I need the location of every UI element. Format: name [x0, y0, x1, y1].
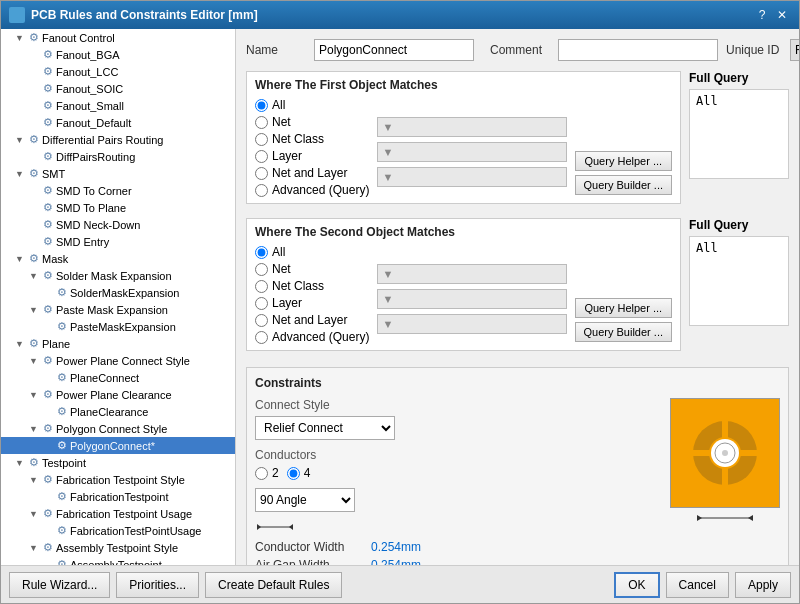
- tree-item-fanout-small[interactable]: ⚙ Fanout_Small: [1, 97, 235, 114]
- create-defaults-button[interactable]: Create Default Rules: [205, 572, 342, 598]
- tree-item-power-plane-clear[interactable]: ▼ ⚙ Power Plane Clearance: [1, 386, 235, 403]
- close-button[interactable]: ✕: [773, 6, 791, 24]
- tree-item-smd-corner[interactable]: ⚙ SMD To Corner: [1, 182, 235, 199]
- second-radio-net[interactable]: Net: [255, 262, 369, 276]
- air-gap-value: 0.254mm: [371, 558, 421, 565]
- tree-item-smd-neckdown[interactable]: ⚙ SMD Neck-Down: [1, 216, 235, 233]
- svg-marker-15: [748, 515, 753, 521]
- second-radio-netandlayer[interactable]: Net and Layer: [255, 313, 369, 327]
- first-full-query-value: All: [689, 89, 789, 179]
- tree-item-planeconnect[interactable]: ⚙ PlaneConnect: [1, 369, 235, 386]
- tree-item-smt[interactable]: ▼ ⚙ SMT: [1, 165, 235, 182]
- first-dropdown-netclass: ▼: [377, 142, 566, 162]
- priorities-button[interactable]: Priorities...: [116, 572, 199, 598]
- app-icon: [9, 7, 25, 23]
- tree-item-pastemask-exp[interactable]: ⚙ PasteMaskExpansion: [1, 318, 235, 335]
- cancel-button[interactable]: Cancel: [666, 572, 729, 598]
- name-row: Name Comment Unique ID: [246, 39, 789, 61]
- first-radio-net[interactable]: Net: [255, 115, 369, 129]
- tree-item-diffpairsrouting[interactable]: ⚙ DiffPairsRouting: [1, 148, 235, 165]
- constraints-title: Constraints: [255, 376, 780, 390]
- tree-item-assembly-testpoint-style[interactable]: ▼ ⚙ Assembly Testpoint Style: [1, 539, 235, 556]
- second-dropdown-net: ▼: [377, 264, 566, 284]
- first-radio-netandlayer[interactable]: Net and Layer: [255, 166, 369, 180]
- tree-item-fanout-soic[interactable]: ⚙ Fanout_SOIC: [1, 80, 235, 97]
- first-radio-group: All Net Net Class Layer: [255, 98, 369, 197]
- tree-item-smd-entry[interactable]: ⚙ SMD Entry: [1, 233, 235, 250]
- comment-label: Comment: [490, 43, 550, 57]
- conductor-width-arrows: [255, 520, 295, 534]
- constraints-left: Connect Style Relief Connect Direct Conn…: [255, 398, 660, 565]
- second-dropdown-layer: ▼: [377, 314, 566, 334]
- rule-wizard-button[interactable]: Rule Wizard...: [9, 572, 110, 598]
- second-radio-all[interactable]: All: [255, 245, 369, 259]
- tree-panel: ▼ ⚙ Fanout Control ⚙ Fanout_BGA ⚙ Fanout…: [1, 29, 236, 565]
- connect-style-select[interactable]: Relief Connect Direct Connect No Connect: [255, 416, 395, 440]
- second-full-query-value: All: [689, 236, 789, 326]
- second-match-title: Where The Second Object Matches: [255, 225, 672, 239]
- comment-input[interactable]: [558, 39, 718, 61]
- constraints-section: Constraints Connect Style Relief Connect…: [246, 367, 789, 565]
- first-query-helper-button[interactable]: Query Helper ...: [575, 151, 672, 171]
- tree-item-plane[interactable]: ▼ ⚙ Plane: [1, 335, 235, 352]
- angle-select[interactable]: 90 Angle 45 Angle Any Angle: [255, 488, 355, 512]
- help-button[interactable]: ?: [753, 6, 771, 24]
- first-radio-netclass[interactable]: Net Class: [255, 132, 369, 146]
- air-gap-label: Air Gap Width: [255, 558, 365, 565]
- second-query-helper-button[interactable]: Query Helper ...: [575, 298, 672, 318]
- tree-item-diff-pairs[interactable]: ▼ ⚙ Differential Pairs Routing: [1, 131, 235, 148]
- second-radio-layer[interactable]: Layer: [255, 296, 369, 310]
- first-query-builder-button[interactable]: Query Builder ...: [575, 175, 672, 195]
- tree-item-polygon-connect-style[interactable]: ▼ ⚙ Polygon Connect Style: [1, 420, 235, 437]
- tree-item-paste-mask[interactable]: ▼ ⚙ Paste Mask Expansion: [1, 301, 235, 318]
- second-query-builder-button[interactable]: Query Builder ...: [575, 322, 672, 342]
- tree-item-planeclearance[interactable]: ⚙ PlaneClearance: [1, 403, 235, 420]
- uniqueid-input: [790, 39, 799, 61]
- relief-visual-container: [670, 398, 780, 565]
- first-dropdown-layer: ▼: [377, 167, 566, 187]
- tree-item-fab-testpoint-style[interactable]: ▼ ⚙ Fabrication Testpoint Style: [1, 471, 235, 488]
- tree-item-solder-mask[interactable]: ▼ ⚙ Solder Mask Expansion: [1, 267, 235, 284]
- svg-point-12: [722, 450, 728, 456]
- measurements: Conductor Width 0.254mm Air Gap Width 0.…: [255, 520, 660, 565]
- first-match-title: Where The First Object Matches: [255, 78, 672, 92]
- connect-style-label: Connect Style: [255, 398, 660, 412]
- second-radio-advanced[interactable]: Advanced (Query): [255, 330, 369, 344]
- conductors-label: Conductors: [255, 448, 660, 462]
- tree-item-smd-plane[interactable]: ⚙ SMD To Plane: [1, 199, 235, 216]
- tree-item-testpoint[interactable]: ▼ ⚙ Testpoint: [1, 454, 235, 471]
- name-input[interactable]: [314, 39, 474, 61]
- conductor-4-radio[interactable]: 4: [287, 466, 311, 480]
- tree-item-mask[interactable]: ▼ ⚙ Mask: [1, 250, 235, 267]
- tree-item-fanout-default[interactable]: ⚙ Fanout_Default: [1, 114, 235, 131]
- tree-item-assembly-testpoint[interactable]: ⚙ AssemblyTestpoint: [1, 556, 235, 565]
- tree-item-fanout-control[interactable]: ▼ ⚙ Fanout Control: [1, 29, 235, 46]
- second-full-query-label: Full Query: [689, 218, 789, 232]
- svg-marker-1: [257, 524, 261, 530]
- width-arrows: [695, 512, 755, 524]
- tree-item-fab-testpoint-usage-item[interactable]: ⚙ FabricationTestPointUsage: [1, 522, 235, 539]
- tree-item-fab-testpoint[interactable]: ⚙ FabricationTestpoint: [1, 488, 235, 505]
- first-full-query-label: Full Query: [689, 71, 789, 85]
- second-dropdown-group: ▼ ▼ ▼: [377, 245, 566, 344]
- tree-item-fanout-lcc[interactable]: ⚙ Fanout_LCC: [1, 63, 235, 80]
- conductors-row: 2 4: [255, 466, 660, 480]
- tree-item-fab-testpoint-usage[interactable]: ▼ ⚙ Fabrication Testpoint Usage: [1, 505, 235, 522]
- tree-item-fanout-bga[interactable]: ⚙ Fanout_BGA: [1, 46, 235, 63]
- first-full-query-section: Full Query All: [689, 71, 789, 212]
- conductor-2-radio[interactable]: 2: [255, 466, 279, 480]
- ok-button[interactable]: OK: [614, 572, 659, 598]
- tree-item-soldermask-exp[interactable]: ⚙ SolderMaskExpansion: [1, 284, 235, 301]
- apply-button[interactable]: Apply: [735, 572, 791, 598]
- svg-marker-2: [289, 524, 293, 530]
- tree-item-power-plane-connect[interactable]: ▼ ⚙ Power Plane Connect Style: [1, 352, 235, 369]
- second-radio-netclass[interactable]: Net Class: [255, 279, 369, 293]
- second-object-section: Where The Second Object Matches All Net …: [246, 218, 681, 351]
- uniqueid-label: Unique ID: [726, 43, 786, 57]
- tree-item-polygonconnect[interactable]: ⚙ PolygonConnect*: [1, 437, 235, 454]
- first-radio-advanced[interactable]: Advanced (Query): [255, 183, 369, 197]
- right-panel: Name Comment Unique ID Where The First O…: [236, 29, 799, 565]
- first-radio-layer[interactable]: Layer: [255, 149, 369, 163]
- first-dropdown-net: ▼: [377, 117, 566, 137]
- first-radio-all[interactable]: All: [255, 98, 369, 112]
